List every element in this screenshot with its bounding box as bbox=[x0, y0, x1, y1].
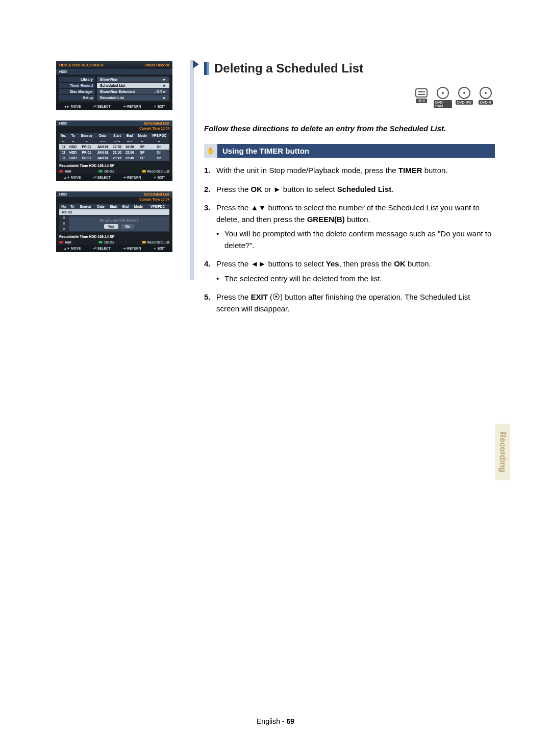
page-footer: English - 69 bbox=[0, 717, 551, 725]
menu-item: ShowView bbox=[100, 78, 118, 81]
menu-item: Setup bbox=[59, 95, 95, 101]
supported-media-row: HDD DVD-RAM DVD-RW DVD-R bbox=[204, 87, 495, 108]
lead-text: Follow these directions to delete an ent… bbox=[204, 124, 495, 134]
menu-item: Scheduled List bbox=[100, 84, 126, 87]
osd1-right-menu: ShowView► Scheduled List► ShowView Exten… bbox=[97, 77, 169, 101]
bullet: The selected entry will be deleted from … bbox=[216, 273, 495, 285]
hdd-icon bbox=[415, 88, 428, 97]
menu-item: Recorded List bbox=[100, 96, 124, 100]
osd1-sub: HDD bbox=[59, 70, 67, 74]
section-tab: Recording bbox=[495, 424, 510, 480]
exit-icon: ⦿ bbox=[272, 292, 280, 301]
dlg-row-label: No. 01 bbox=[59, 209, 169, 215]
bullet: You will be prompted with the delete con… bbox=[216, 228, 495, 251]
menu-item: ShowView Extended bbox=[100, 90, 135, 93]
recordable-time: Recordable Time HDD 108:14 SP bbox=[56, 163, 172, 168]
osd1-title-left: HDD & DVD RECORDER bbox=[59, 63, 104, 67]
step-3: Press the ▲▼ buttons to select the numbe… bbox=[204, 202, 495, 251]
section-bar-icon bbox=[204, 62, 209, 75]
osd1-left-menu: Library Timer Record Disc Manager Setup bbox=[59, 77, 95, 101]
menu-item: Library bbox=[59, 77, 95, 82]
dvd-rw-icon bbox=[458, 87, 470, 99]
osd-scheduled-list: HDD Scheduled List Current Time 10:54 No… bbox=[56, 120, 172, 181]
section-title: Deleting a Scheduled List bbox=[214, 61, 363, 76]
step-1: With the unit in Stop mode/Playback mode… bbox=[204, 165, 495, 177]
dvd-r-icon bbox=[480, 87, 492, 99]
left-screenshots-column: HDD & DVD RECORDER Timer Record HDD Libr… bbox=[56, 61, 189, 725]
menu-item: Disc Manager bbox=[59, 89, 95, 94]
content-column: Deleting a Scheduled List HDD DVD-RAM DV… bbox=[189, 61, 495, 725]
osd2-title: Scheduled List bbox=[144, 121, 169, 125]
step-2: Press the OK or ► button to select Sched… bbox=[204, 184, 495, 196]
subheading: Using the TIMER button bbox=[217, 144, 495, 158]
osd-timer-record-menu: HDD & DVD RECORDER Timer Record HDD Libr… bbox=[56, 61, 172, 110]
delete-confirm-msg: Do you want to delete? bbox=[69, 218, 169, 222]
menu-item: Timer Record bbox=[59, 83, 95, 88]
remote-icon: ✋ bbox=[204, 144, 217, 158]
scheduled-table: No.ToSourceDateStartEndModeVPS/PDC -----… bbox=[59, 133, 169, 161]
osd2-hdd: HDD bbox=[59, 121, 67, 125]
step-4: Press the ◄► buttons to select Yes, then… bbox=[204, 258, 495, 284]
subheading-band: ✋ Using the TIMER button bbox=[204, 144, 495, 158]
osd1-title-right: Timer Record bbox=[145, 63, 169, 67]
instruction-list: With the unit in Stop mode/Playback mode… bbox=[204, 165, 495, 314]
osd1-footer: ◄► MOVE ⏎ SELECT ↩ RETURN ⤶ EXIT bbox=[56, 103, 172, 110]
osd2-time: Current Time 10:54 bbox=[56, 126, 172, 131]
osd2-legend: Add Delete Recorded List bbox=[56, 168, 172, 174]
no-button[interactable]: No bbox=[121, 224, 134, 229]
dvd-ram-icon bbox=[437, 87, 449, 99]
decorative-arrow-stem bbox=[190, 60, 194, 280]
step-5: Press the EXIT (⦿) button after finishin… bbox=[204, 291, 495, 314]
yes-button[interactable]: Yes bbox=[104, 224, 118, 229]
osd-delete-dialog: HDD Scheduled List Current Time 10:54 No… bbox=[56, 191, 172, 252]
osd3-time: Current Time 10:54 bbox=[56, 197, 172, 202]
scheduled-table-dlg: No.ToSourceDateStartEndModeVPS/PDC No. 0… bbox=[59, 204, 169, 232]
decorative-arrow-head bbox=[193, 60, 199, 68]
